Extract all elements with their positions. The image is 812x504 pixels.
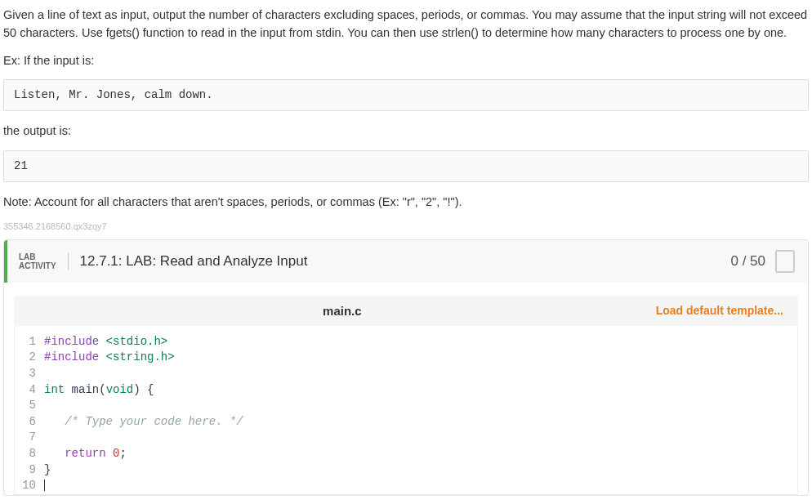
code-line[interactable]: 4 int main(void) { xyxy=(15,382,797,399)
line-number: 6 xyxy=(15,414,44,430)
output-label: the output is: xyxy=(3,123,809,140)
code-line[interactable]: 8 return 0; xyxy=(15,446,797,462)
tok-paren: ( xyxy=(99,383,105,396)
instructions-block: Given a line of text as input, output th… xyxy=(3,7,809,212)
line-number: 2 xyxy=(15,350,44,366)
blank-line xyxy=(44,478,797,494)
code-line[interactable]: 5 xyxy=(15,398,797,414)
line-number: 8 xyxy=(15,446,44,462)
example-output-box: 21 xyxy=(3,150,809,182)
blank-line xyxy=(44,398,797,414)
lab-badge-line1: LAB xyxy=(19,252,36,261)
lab-progress-box xyxy=(775,250,795,273)
tok-void: void xyxy=(106,383,134,396)
instruction-paragraph: Given a line of text as input, output th… xyxy=(3,7,809,42)
code-editor[interactable]: 1 #include <stdio.h> 2 #include <string.… xyxy=(14,326,798,495)
line-number: 3 xyxy=(15,366,44,382)
tok-indent xyxy=(44,447,65,460)
load-template-link[interactable]: Load default template... xyxy=(656,304,783,317)
lab-header: LAB ACTIVITY 12.7.1: LAB: Read and Analy… xyxy=(4,240,808,283)
tok-return: return xyxy=(65,447,105,460)
example-label: Ex: If the input is: xyxy=(3,52,809,70)
line-number: 4 xyxy=(15,382,44,399)
code-line[interactable]: 3 xyxy=(15,366,797,382)
line-number: 7 xyxy=(15,430,44,446)
editor-area: main.c Load default template... 1 #inclu… xyxy=(4,283,808,495)
line-number: 5 xyxy=(15,398,44,414)
tok-brace: ) { xyxy=(133,383,154,396)
note-paragraph: Note: Account for all characters that ar… xyxy=(3,194,809,212)
lab-badge-line2: ACTIVITY xyxy=(19,261,56,270)
tok-header: <stdio.h> xyxy=(99,335,167,348)
tok-include: #include xyxy=(44,350,99,364)
line-number: 10 xyxy=(15,478,44,494)
tok-include: #include xyxy=(44,335,99,348)
tok-type: int xyxy=(44,383,65,396)
code-line[interactable]: 10 xyxy=(15,478,797,494)
lab-title: 12.7.1: LAB: Read and Analyze Input xyxy=(69,253,731,270)
tab-filename[interactable]: main.c xyxy=(238,304,447,318)
lab-badge: LAB ACTIVITY xyxy=(7,252,69,270)
tok-header: <string.h> xyxy=(99,350,174,364)
problem-id: 355346.2168560.qx3zqy7 xyxy=(3,221,809,231)
editor-tabs: main.c Load default template... xyxy=(14,296,798,326)
blank-line xyxy=(44,430,797,446)
line-number: 1 xyxy=(15,334,44,350)
code-line[interactable]: 9 } xyxy=(15,462,797,479)
code-line[interactable]: 7 xyxy=(15,430,797,446)
lab-score: 0 / 50 xyxy=(730,253,765,270)
code-line[interactable]: 1 #include <stdio.h> xyxy=(15,334,797,350)
lab-card: LAB ACTIVITY 12.7.1: LAB: Read and Analy… xyxy=(3,239,809,496)
example-input-box: Listen, Mr. Jones, calm down. xyxy=(3,79,809,111)
tok-space xyxy=(106,447,113,460)
tok-comment: /* Type your code here. */ xyxy=(44,415,243,428)
blank-line xyxy=(44,366,797,382)
line-number: 9 xyxy=(15,462,44,479)
tok-func: main xyxy=(65,383,99,396)
cursor xyxy=(44,479,45,491)
tok-semi: ; xyxy=(119,447,126,460)
tok-brace: } xyxy=(44,463,51,476)
code-line[interactable]: 2 #include <string.h> xyxy=(15,350,797,366)
code-line[interactable]: 6 /* Type your code here. */ xyxy=(15,414,797,430)
